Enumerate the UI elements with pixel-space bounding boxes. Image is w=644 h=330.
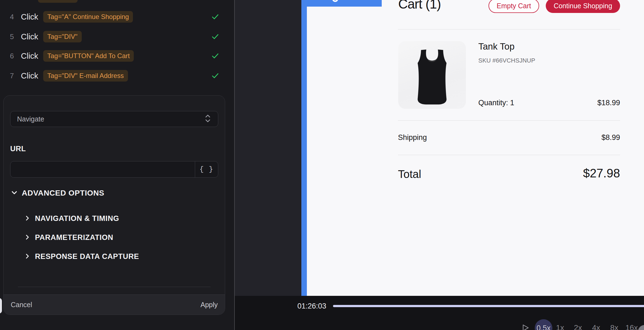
section-label: NAVIGATION & TIMING xyxy=(35,214,119,223)
action-type-select[interactable]: Navigate xyxy=(10,111,218,127)
app-window: 4 Click Tag="A" Continue Shopping 5 Clic… xyxy=(0,0,644,330)
section-label: PARAMETERIZATION xyxy=(35,233,113,242)
continue-shopping-button[interactable]: Continue Shopping xyxy=(546,0,620,13)
site-logo-ring-icon xyxy=(332,0,338,2)
check-icon xyxy=(211,71,220,81)
chevron-down-icon xyxy=(11,189,18,197)
product-sku: SKU #66VCHSJNUP xyxy=(478,57,535,64)
check-icon xyxy=(211,32,220,42)
step-action-label: Click xyxy=(21,52,38,61)
cancel-button[interactable]: Cancel xyxy=(11,301,32,309)
playback-progress-bar[interactable] xyxy=(333,305,644,307)
cart-shipping-divider xyxy=(398,155,620,155)
cart-item-divider xyxy=(398,120,620,121)
apply-button[interactable]: Apply xyxy=(200,301,218,309)
url-field-label: URL xyxy=(10,145,26,153)
step-number: 5 xyxy=(10,33,17,41)
action-editor-panel: Navigate URL { } ADVANCED OPTIONS xyxy=(3,95,225,315)
page-header-fragment xyxy=(301,0,382,7)
shipping-price: $8.99 xyxy=(398,133,620,142)
product-price: $18.99 xyxy=(398,99,620,107)
step-number: 4 xyxy=(10,13,17,21)
panel-divider xyxy=(18,287,211,287)
playback-timestamp: 01:26:03 xyxy=(290,302,334,310)
step-target-badge: Tag="A" Continue Shopping xyxy=(43,11,133,23)
step-target-badge: Tag="DIV" xyxy=(43,31,82,42)
panel-footer: Cancel Apply xyxy=(4,294,225,315)
step-row-7[interactable]: 7 Click Tag="DIV" E-mail Address xyxy=(10,69,225,82)
step-action-label: Click xyxy=(21,32,38,41)
replayed-cart-page: Cart (1) Empty Cart Continue Shopping Ta… xyxy=(307,0,644,296)
chevron-right-icon xyxy=(24,234,31,242)
chevron-right-icon xyxy=(24,253,31,261)
advanced-options-toggle[interactable]: ADVANCED OPTIONS xyxy=(11,189,104,198)
check-icon xyxy=(211,52,220,61)
insert-variable-button[interactable]: { } xyxy=(195,161,218,177)
step-target-badge: Tag="BUTTON" Add To Cart xyxy=(43,50,134,62)
chevron-right-icon xyxy=(24,215,31,223)
edge-drag-handle[interactable] xyxy=(0,298,2,313)
empty-cart-button[interactable]: Empty Cart xyxy=(489,0,539,13)
url-input[interactable] xyxy=(10,161,195,177)
section-label: RESPONSE DATA CAPTURE xyxy=(35,252,139,261)
section-navigation-timing[interactable]: NAVIGATION & TIMING xyxy=(24,214,119,223)
product-name: Tank Top xyxy=(478,41,514,52)
section-response-data-capture[interactable]: RESPONSE DATA CAPTURE xyxy=(24,252,139,261)
tank-top-graphic xyxy=(407,47,457,105)
url-input-wrap: { } xyxy=(10,161,218,178)
section-parameterization[interactable]: PARAMETERIZATION xyxy=(24,233,113,242)
playback-bar: 01:26:03 0.5x 1x 2x 4x 8x 16x xyxy=(235,296,644,330)
step-row-6[interactable]: 6 Click Tag="BUTTON" Add To Cart xyxy=(10,49,225,63)
step-action-label: Click xyxy=(21,71,38,80)
cart-page-title: Cart (1) xyxy=(398,0,441,12)
step-row-5[interactable]: 5 Click Tag="DIV" xyxy=(10,30,225,43)
action-type-value: Navigate xyxy=(17,115,204,123)
step-row-4[interactable]: 4 Click Tag="A" Continue Shopping xyxy=(10,10,225,23)
play-icon[interactable] xyxy=(522,324,529,330)
steps-sidebar: 4 Click Tag="A" Continue Shopping 5 Clic… xyxy=(0,0,234,330)
chevron-up-down-icon xyxy=(204,114,211,124)
total-price: $27.98 xyxy=(398,166,620,180)
step-number: 7 xyxy=(10,72,17,80)
cart-header-divider xyxy=(398,29,620,29)
step-action-label: Click xyxy=(21,12,38,21)
check-icon xyxy=(211,12,220,22)
step-badge-partial xyxy=(38,0,78,3)
step-target-badge: Tag="DIV" E-mail Address xyxy=(43,70,128,82)
advanced-options-label: ADVANCED OPTIONS xyxy=(22,189,104,198)
step-number: 6 xyxy=(10,52,17,60)
page-left-accent-bar xyxy=(301,0,307,296)
